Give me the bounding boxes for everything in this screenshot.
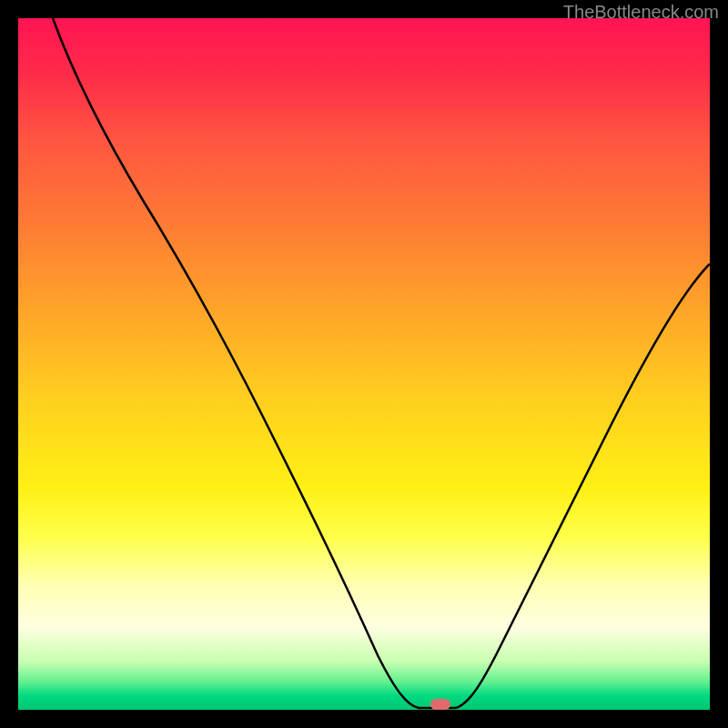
chart-plot-area xyxy=(18,18,710,710)
bottleneck-curve-path xyxy=(53,18,710,708)
watermark-text: TheBottleneck.com xyxy=(563,2,719,23)
optimal-point-marker xyxy=(430,699,450,710)
chart-curve-svg xyxy=(18,18,710,710)
